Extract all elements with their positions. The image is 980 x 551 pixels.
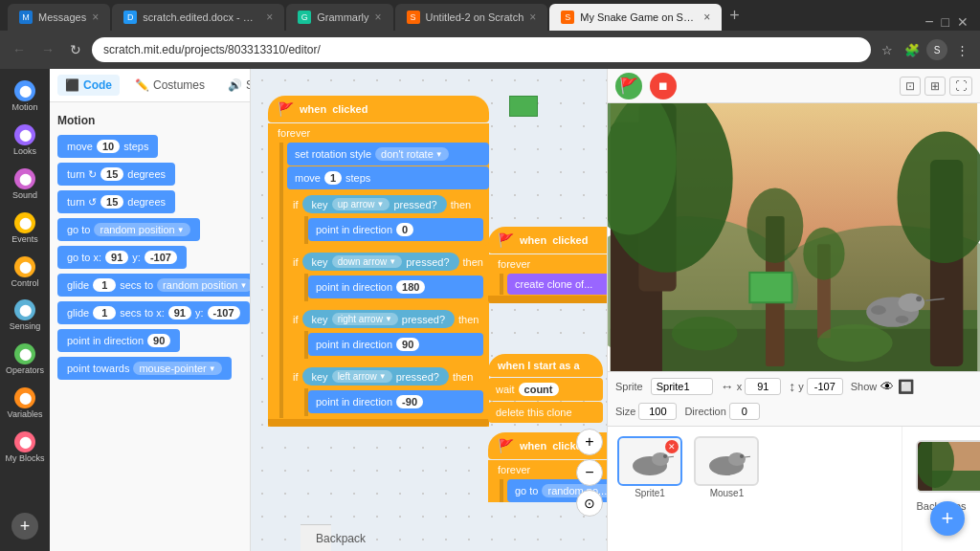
zoom-reset-button[interactable]: ⊙ <box>576 490 603 517</box>
if-left-arrow-block[interactable]: if key left arrow pressed? then point in… <box>287 363 489 418</box>
block-goto[interactable]: go to random position <box>57 218 242 241</box>
turn-ccw-block[interactable]: turn ↺ 15 degrees <box>57 190 175 213</box>
hat-block-3[interactable]: when I start as a <box>488 354 603 377</box>
zoom-in-button[interactable]: + <box>576 429 603 455</box>
glide-xy-secs[interactable]: 1 <box>93 306 116 320</box>
block-move[interactable]: move 10 steps <box>57 135 242 158</box>
back-button[interactable]: ← <box>8 40 31 59</box>
close-button[interactable]: ✕ <box>957 14 969 30</box>
block-goto-xy[interactable]: go to x: 91 y: -107 <box>57 246 242 269</box>
point-180-block[interactable]: point in direction 180 <box>308 276 483 298</box>
tab-grammarly[interactable]: G Grammarly × <box>286 4 392 31</box>
sprite-name-input[interactable] <box>651 378 713 395</box>
code-tab[interactable]: ⬛ Code <box>57 75 120 96</box>
turn-cw-block[interactable]: turn ↻ 15 degrees <box>57 163 175 186</box>
wait-input[interactable]: count <box>519 383 559 396</box>
tab-close-btn[interactable]: × <box>266 11 273 24</box>
hat-block-2[interactable]: 🚩 when clicked <box>488 227 607 253</box>
goto-y-input[interactable]: -107 <box>145 251 177 264</box>
tab-messages[interactable]: M Messages × <box>8 4 110 31</box>
goto-xy-block[interactable]: go to x: 91 y: -107 <box>57 246 187 269</box>
turn-ccw-input[interactable]: 15 <box>100 195 123 209</box>
down-arrow-dropdown[interactable]: down arrow <box>332 255 403 268</box>
direction-input[interactable] <box>729 403 760 420</box>
point-dir-input[interactable]: 90 <box>147 334 170 347</box>
small-stage-button[interactable]: ⊡ <box>900 77 921 96</box>
point-180-input[interactable]: 180 <box>396 280 425 294</box>
x-input[interactable] <box>745 378 781 395</box>
if-right-arrow-block[interactable]: if key right arrow pressed? then point i… <box>287 305 489 361</box>
sidebar-item-add-extension[interactable]: + <box>2 509 48 543</box>
delete-clone-block[interactable]: delete this clone <box>488 402 603 423</box>
forward-button[interactable]: → <box>36 40 59 59</box>
goto-x-input[interactable]: 91 <box>105 251 128 264</box>
sidebar-item-control[interactable]: ⬤ Control <box>2 253 48 293</box>
block-point-towards[interactable]: point towards mouse-pointer <box>57 357 242 380</box>
bookmark-icon[interactable]: ☆ <box>877 39 898 60</box>
glide-to-block[interactable]: glide 1 secs to random position <box>57 274 250 297</box>
costumes-tab[interactable]: ✏️ Costumes <box>127 75 212 96</box>
block-turn-cw[interactable]: turn ↻ 15 degrees <box>57 163 242 186</box>
move-block[interactable]: move 10 steps <box>57 135 158 158</box>
rotation-dropdown[interactable]: don't rotate <box>375 147 449 161</box>
point-90-input[interactable]: 90 <box>396 338 419 351</box>
sidebar-item-sensing[interactable]: ⬤ Sensing <box>2 296 48 336</box>
address-input[interactable] <box>92 37 871 62</box>
y-input[interactable] <box>807 378 843 395</box>
sidebar-item-looks[interactable]: ⬤ Looks <box>2 121 48 161</box>
sprite1-delete-icon[interactable]: ✕ <box>665 440 679 453</box>
tab-snake-game[interactable]: S My Snake Game on Scrat... × <box>549 4 722 31</box>
tab-close-btn[interactable]: × <box>529 11 536 24</box>
up-arrow-dropdown[interactable]: up arrow <box>332 198 390 210</box>
set-rotation-block[interactable]: set rotation style don't rotate <box>287 143 489 165</box>
fullscreen-button[interactable]: ⛶ <box>949 77 972 96</box>
sounds-tab[interactable]: 🔊 Sounds <box>220 75 251 96</box>
sidebar-item-sound[interactable]: ⬤ Sound <box>2 165 48 205</box>
tab-scratch-untitled[interactable]: S Untitled-2 on Scratch × <box>395 4 548 31</box>
sidebar-item-motion[interactable]: ⬤ Motion <box>2 77 48 117</box>
sidebar-item-operators[interactable]: ⬤ Operators <box>2 340 48 380</box>
point-towards-dropdown[interactable]: mouse-pointer <box>133 362 221 375</box>
sidebar-item-events[interactable]: ⬤ Events <box>2 209 48 249</box>
sprite-thumb-mouse1[interactable]: Mouse1 <box>694 436 759 498</box>
sprite-thumb-sprite1[interactable]: ✕ Sprite1 <box>617 436 682 498</box>
point-dir-block[interactable]: point in direction 90 <box>57 329 180 352</box>
glide-xy-block[interactable]: glide 1 secs to x: 91 y: -107 <box>57 301 250 324</box>
tab-close-btn[interactable]: × <box>92 11 99 24</box>
goto-block[interactable]: go to random position <box>57 218 200 241</box>
stop-button[interactable]: ⏹ <box>650 73 677 99</box>
point-neg90-block[interactable]: point in direction -90 <box>308 390 483 413</box>
point-90-block[interactable]: point in direction 90 <box>308 333 483 356</box>
reload-button[interactable]: ↻ <box>65 40 86 59</box>
sidebar-item-myblocks[interactable]: ⬤ My Blocks <box>2 428 48 468</box>
large-stage-button[interactable]: ⊞ <box>924 77 946 96</box>
show-button[interactable]: 👁 <box>880 379 894 394</box>
stage-thumbnail[interactable] <box>916 440 980 493</box>
block-glide-to[interactable]: glide 1 secs to random position <box>57 274 242 297</box>
point-0-input[interactable]: 0 <box>396 223 413 236</box>
size-input[interactable] <box>638 403 677 420</box>
wait-block[interactable]: wait count <box>488 378 603 401</box>
green-flag-button[interactable]: 🚩 <box>615 73 642 99</box>
glide-x-input[interactable]: 91 <box>168 306 191 320</box>
tab-close-btn[interactable]: × <box>375 11 382 24</box>
tab-close-btn[interactable]: × <box>703 11 710 24</box>
backpack-panel[interactable]: Backpack <box>301 524 331 551</box>
point-0-block[interactable]: point in direction 0 <box>308 218 483 241</box>
glide-y-input[interactable]: -107 <box>208 306 240 320</box>
if-down-arrow-block[interactable]: if key down arrow pressed? then point in… <box>287 248 489 303</box>
menu-icon[interactable]: ⋮ <box>951 39 972 60</box>
minimize-button[interactable]: − <box>924 13 933 31</box>
left-arrow-dropdown[interactable]: left arrow <box>332 370 392 383</box>
zoom-out-button[interactable]: − <box>576 459 603 486</box>
forever-block-1[interactable]: forever set rotation style don't rotate … <box>268 123 489 427</box>
point-neg90-input[interactable]: -90 <box>396 395 423 408</box>
tab-docs[interactable]: D scratch.edited.docx - Goo... × <box>112 4 284 31</box>
new-tab-button[interactable]: + <box>724 4 746 28</box>
extensions-icon[interactable]: 🧩 <box>902 39 923 60</box>
forever-block-2[interactable]: forever create clone of... <box>488 254 607 303</box>
point-towards-block[interactable]: point towards mouse-pointer <box>57 357 232 380</box>
glide-secs-input[interactable]: 1 <box>93 278 116 292</box>
turn-cw-input[interactable]: 15 <box>100 167 123 181</box>
block-turn-ccw[interactable]: turn ↺ 15 degrees <box>57 190 242 213</box>
